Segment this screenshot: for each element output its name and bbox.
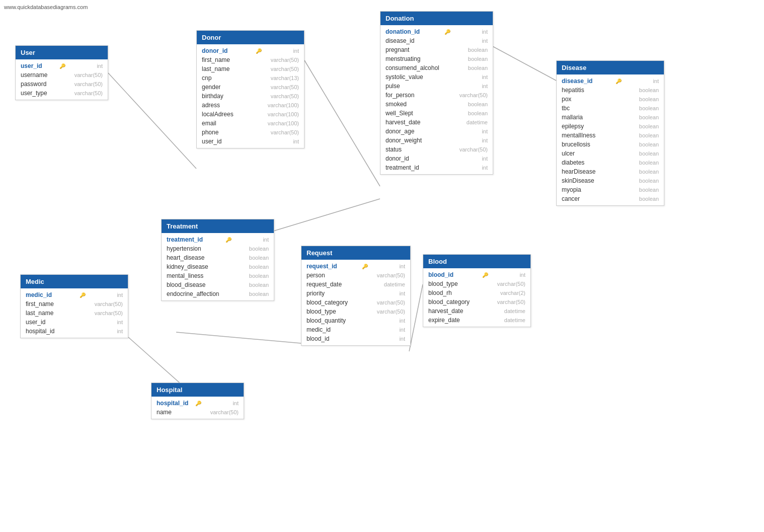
table-donor: Donor donor_id 🔑 int first_name varchar(… <box>196 30 304 148</box>
table-row: blood_rh varchar(2) <box>423 288 530 297</box>
table-row: phone varchar(50) <box>197 128 304 137</box>
table-medic: Medic medic_id 🔑 int first_name varchar(… <box>20 274 128 338</box>
table-row: last_name varchar(50) <box>21 309 128 318</box>
table-row: smoked boolean <box>380 100 493 109</box>
table-row: consumend_alcohol boolean <box>380 63 493 72</box>
table-row: blood_type varchar(50) <box>301 307 410 316</box>
table-row: last_name varchar(50) <box>197 64 304 73</box>
table-row: donor_age int <box>380 127 493 136</box>
table-row: tbc boolean <box>557 104 664 113</box>
table-row: medic_id 🔑 int <box>21 290 128 299</box>
watermark: www.quickdatabasediagrams.com <box>4 4 88 10</box>
svg-line-0 <box>108 73 196 169</box>
table-request-header: Request <box>301 246 410 260</box>
table-row: cnp varchar(13) <box>197 73 304 83</box>
table-donation: Donation donation_id 🔑 int disease_id in… <box>380 11 493 175</box>
table-row: donor_weight int <box>380 136 493 145</box>
table-row: user_id int <box>197 137 304 146</box>
table-row: donation_id 🔑 int <box>380 27 493 36</box>
table-disease: Disease disease_id 🔑 int hepatitis boole… <box>556 60 664 206</box>
table-row: disease_id 🔑 int <box>557 77 664 86</box>
table-user: User user_id 🔑 int username varchar(50) … <box>15 45 108 100</box>
table-row: mental_liness boolean <box>162 271 274 280</box>
table-row: mallaria boolean <box>557 113 664 122</box>
table-blood-body: blood_id 🔑 int blood_type varchar(50) bl… <box>423 268 530 327</box>
svg-line-3 <box>272 199 380 232</box>
table-row: epilepsy boolean <box>557 122 664 131</box>
table-row: person varchar(50) <box>301 271 410 280</box>
table-row: disease_id int <box>380 36 493 45</box>
table-row: status varchar(50) <box>380 145 493 154</box>
table-row: user_id 🔑 int <box>16 61 108 70</box>
table-donation-header: Donation <box>380 12 493 25</box>
table-row: mentallIness boolean <box>557 131 664 140</box>
table-row: pregnant boolean <box>380 45 493 54</box>
table-row: gender varchar(50) <box>197 83 304 92</box>
table-row: request_id 🔑 int <box>301 262 410 271</box>
table-row: harvest_date datetime <box>380 118 493 127</box>
table-row: well_Slept boolean <box>380 109 493 118</box>
table-row: blood_type varchar(50) <box>423 279 530 288</box>
table-disease-body: disease_id 🔑 int hepatitis boolean pox b… <box>557 74 664 205</box>
table-medic-header: Medic <box>21 275 128 288</box>
table-row: blood_category varchar(50) <box>301 298 410 307</box>
table-blood-header: Blood <box>423 255 530 268</box>
table-row: treatment_id int <box>380 163 493 172</box>
table-row: birthday varchar(50) <box>197 92 304 101</box>
table-row: systolic_value int <box>380 72 493 82</box>
table-row: first_name varchar(50) <box>21 299 128 309</box>
table-row: brucellosis boolean <box>557 140 664 149</box>
table-row: ulcer boolean <box>557 149 664 158</box>
table-blood: Blood blood_id 🔑 int blood_type varchar(… <box>423 254 531 327</box>
table-row: treatment_id 🔑 int <box>162 235 274 244</box>
table-row: endocrine_affection boolean <box>162 289 274 298</box>
table-row: medic_id int <box>301 325 410 334</box>
table-row: blood_category varchar(50) <box>423 297 530 307</box>
table-row: hospital_id 🔑 int <box>151 399 244 408</box>
table-medic-body: medic_id 🔑 int first_name varchar(50) la… <box>21 288 128 338</box>
table-row: first_name varchar(50) <box>197 55 304 64</box>
table-row: harvest_date datetime <box>423 307 530 316</box>
table-row: skinDisease boolean <box>557 176 664 185</box>
table-row: diabetes boolean <box>557 158 664 167</box>
table-row: donor_id int <box>380 154 493 163</box>
table-request: Request request_id 🔑 int person varchar(… <box>301 246 411 346</box>
table-row: user_id int <box>21 318 128 327</box>
table-row: blood_id 🔑 int <box>423 270 530 279</box>
table-donor-header: Donor <box>197 31 304 44</box>
table-row: blood_quantity int <box>301 316 410 325</box>
table-row: menstruating boolean <box>380 54 493 63</box>
svg-line-5 <box>176 332 301 343</box>
table-row: adress varchar(100) <box>197 101 304 110</box>
table-row: blood_id int <box>301 334 410 343</box>
table-donor-body: donor_id 🔑 int first_name varchar(50) la… <box>197 44 304 148</box>
svg-line-6 <box>409 284 423 351</box>
table-treatment: Treatment treatment_id 🔑 int hypertensio… <box>161 219 274 301</box>
table-row: hospital_id int <box>21 327 128 336</box>
table-row: priority int <box>301 289 410 298</box>
table-row: name varchar(50) <box>151 408 244 417</box>
table-treatment-header: Treatment <box>162 219 274 233</box>
table-row: user_type varchar(50) <box>16 89 108 98</box>
table-hospital: Hospital hospital_id 🔑 int name varchar(… <box>151 383 244 419</box>
table-hospital-header: Hospital <box>151 383 244 397</box>
svg-line-2 <box>491 45 556 81</box>
table-row: request_date datetime <box>301 280 410 289</box>
table-row: hearDisease boolean <box>557 167 664 176</box>
table-row: kidney_disease boolean <box>162 262 274 271</box>
table-row: blood_disease boolean <box>162 280 274 289</box>
table-user-header: User <box>16 46 108 59</box>
table-row: hepatitis boolean <box>557 86 664 95</box>
table-row: email varchar(100) <box>197 119 304 128</box>
table-row: cancer boolean <box>557 194 664 203</box>
table-row: password varchar(50) <box>16 80 108 89</box>
table-row: username varchar(50) <box>16 70 108 80</box>
svg-line-1 <box>304 60 380 186</box>
table-treatment-body: treatment_id 🔑 int hypertension boolean … <box>162 233 274 300</box>
table-row: expire_date datetime <box>423 316 530 325</box>
table-row: myopia boolean <box>557 185 664 194</box>
table-row: pox boolean <box>557 95 664 104</box>
table-row: for_person varchar(50) <box>380 91 493 100</box>
table-disease-header: Disease <box>557 61 664 74</box>
table-row: localAdrees varchar(100) <box>197 110 304 119</box>
